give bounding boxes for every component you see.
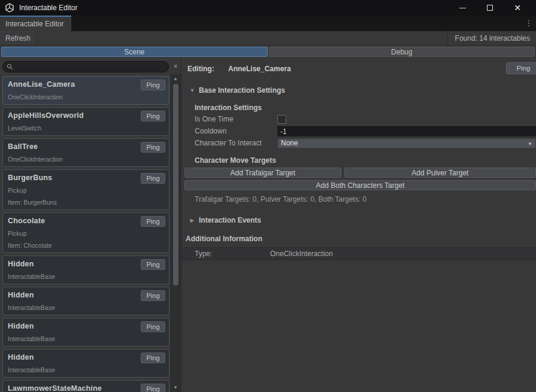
list-item-ping-button[interactable]: Ping xyxy=(141,80,165,90)
list-item-detail: Item: BurgerBuns xyxy=(8,199,164,206)
list-item[interactable]: AppleHillsOverworld LevelSwitch Ping xyxy=(2,107,169,136)
list-item[interactable]: Hidden InteractableBase Ping xyxy=(2,318,169,347)
doc-tabbar: Interactable Editor ⋮ xyxy=(0,16,536,31)
search-row xyxy=(0,59,170,75)
cooldown-label: Cooldown xyxy=(195,127,277,135)
targets-summary: Trafalgar Targets: 0, Pulver Targets: 0,… xyxy=(195,195,536,203)
search-clear-button[interactable]: × xyxy=(170,59,181,75)
list-item[interactable]: AnneLise_Camera OneClickInteraction Ping xyxy=(2,76,169,105)
list-item[interactable]: Hidden InteractableBase Ping xyxy=(2,287,169,315)
kebab-menu-icon[interactable]: ⋮ xyxy=(524,16,534,31)
cooldown-row: Cooldown -1 xyxy=(195,126,536,136)
list-item-ping-button[interactable]: Ping xyxy=(141,216,165,227)
list-item-ping-button[interactable]: Ping xyxy=(141,353,165,363)
interaction-settings-header: Interaction Settings xyxy=(195,104,536,112)
list-item-type: InteractableBase xyxy=(8,304,164,311)
editing-label: Editing: xyxy=(187,65,214,73)
list-item-ping-button[interactable]: Ping xyxy=(141,321,165,332)
search-input[interactable] xyxy=(16,63,165,71)
scroll-down-icon[interactable]: ▼ xyxy=(173,385,178,390)
doc-tab-label: Interactable Editor xyxy=(5,20,63,28)
list-item[interactable]: BurgerBuns Pickup Item: BurgerBuns Ping xyxy=(2,169,169,210)
search-field[interactable] xyxy=(2,61,169,72)
list-item-type: InteractableBase xyxy=(8,273,164,280)
list-item-ping-button[interactable]: Ping xyxy=(141,111,165,121)
editing-ping-button[interactable]: Ping xyxy=(506,62,536,74)
character-to-interact-row: Character To Interact None ▼ xyxy=(195,138,536,148)
search-icon xyxy=(7,63,13,70)
character-to-interact-dropdown[interactable]: None ▼ xyxy=(277,138,536,148)
is-one-time-checkbox[interactable] xyxy=(277,115,286,124)
minimize-button[interactable] xyxy=(449,0,476,16)
editing-target-name: AnneLise_Camera xyxy=(228,65,291,73)
titlebar: Interactable Editor ✕ xyxy=(0,0,536,16)
dropdown-selected-value: None xyxy=(281,139,298,147)
list-item-type: Pickup xyxy=(8,230,164,237)
tab-scene[interactable]: Scene xyxy=(1,47,268,57)
close-button[interactable]: ✕ xyxy=(504,0,531,16)
scene-list-panel: AnneLise_Camera OneClickInteraction Ping… xyxy=(0,59,170,392)
list-item-type: OneClickInteraction xyxy=(8,93,164,101)
type-value: OneClickInteraction xyxy=(270,250,333,258)
list-item-type: InteractableBase xyxy=(8,335,164,342)
list-item-type: InteractableBase xyxy=(8,366,164,373)
add-trafalgar-target-button[interactable]: Add Trafalgar Target xyxy=(184,168,341,178)
scroll-up-icon[interactable]: ▲ xyxy=(173,77,178,81)
main-content: AnneLise_Camera OneClickInteraction Ping… xyxy=(0,59,536,392)
interactable-list: AnneLise_Camera OneClickInteraction Ping… xyxy=(0,75,170,392)
list-item-ping-button[interactable]: Ping xyxy=(141,173,165,184)
maximize-button[interactable] xyxy=(476,0,504,16)
additional-information-header: Additional Information xyxy=(186,235,536,243)
list-item-ping-button[interactable]: Ping xyxy=(141,290,165,301)
move-targets-header: Character Move Targets xyxy=(195,156,536,165)
maximize-icon xyxy=(487,5,493,11)
list-item-ping-button[interactable]: Ping xyxy=(141,259,165,270)
is-one-time-row: Is One Time xyxy=(195,114,536,124)
type-row: Type: OneClickInteraction xyxy=(181,247,536,260)
interactable-editor-window: Interactable Editor ✕ Interactable Edito… xyxy=(0,0,536,392)
list-item-ping-button[interactable]: Ping xyxy=(141,142,165,153)
cooldown-input[interactable]: -1 xyxy=(277,126,536,136)
add-pulver-target-button[interactable]: Add Pulver Target xyxy=(344,168,536,178)
close-icon: ✕ xyxy=(514,4,521,12)
list-scrollbar[interactable]: ▲ ▼ xyxy=(170,75,181,392)
is-one-time-label: Is One Time xyxy=(195,115,277,123)
editor-panel: Editing: AnneLise_Camera Ping ▼ Base Int… xyxy=(181,59,536,392)
list-item[interactable]: Chocolate Pickup Item: Chocolate Ping xyxy=(2,212,169,253)
tab-interactable-editor[interactable]: Interactable Editor xyxy=(0,16,71,31)
add-target-buttons-row: Add Trafalgar Target Add Pulver Target xyxy=(184,168,536,178)
foldout-open-icon: ▼ xyxy=(189,87,195,93)
window-controls: ✕ xyxy=(449,0,531,16)
list-item[interactable]: BallTree OneClickInteraction Ping xyxy=(2,138,169,167)
refresh-label: Refresh xyxy=(5,34,31,42)
unity-cube-icon xyxy=(5,3,14,13)
found-count-label: Found: 14 interactables xyxy=(447,31,536,45)
list-item-type: OneClickInteraction xyxy=(8,156,164,163)
foldout-base-label: Base Interaction Settings xyxy=(199,86,285,95)
tab-debug[interactable]: Debug xyxy=(269,47,535,57)
list-item[interactable]: LawnmowerStateMachine OneClickInteractio… xyxy=(2,380,169,392)
character-to-interact-label: Character To Interact xyxy=(195,139,277,147)
scrollbar-thumb[interactable] xyxy=(173,84,178,285)
editing-row: Editing: AnneLise_Camera Ping xyxy=(187,59,536,79)
foldout-interaction-events[interactable]: ▶ Interaction Events xyxy=(187,216,536,224)
foldout-events-label: Interaction Events xyxy=(199,216,261,224)
scroll-column: × ▲ ▼ xyxy=(170,59,181,392)
view-tabs: Scene Debug xyxy=(0,45,536,59)
chevron-down-icon: ▼ xyxy=(528,141,532,147)
list-item-type: Pickup xyxy=(8,187,164,194)
type-label: Type: xyxy=(195,250,270,258)
refresh-button[interactable]: Refresh xyxy=(0,31,37,45)
toolbar: Refresh Found: 14 interactables xyxy=(0,31,536,45)
foldout-closed-icon: ▶ xyxy=(189,217,195,223)
window-title: Interactable Editor xyxy=(19,4,77,12)
list-item[interactable]: Hidden InteractableBase Ping xyxy=(2,349,169,378)
list-item-type: LevelSwitch xyxy=(8,124,164,132)
minimize-icon xyxy=(459,8,466,8)
foldout-base-interaction-settings[interactable]: ▼ Base Interaction Settings xyxy=(187,86,536,95)
add-both-characters-target-button[interactable]: Add Both Characters Target xyxy=(184,180,536,190)
list-item[interactable]: Hidden InteractableBase Ping xyxy=(2,256,169,284)
list-item-detail: Item: Chocolate xyxy=(8,242,164,249)
list-item-ping-button[interactable]: Ping xyxy=(141,384,165,392)
